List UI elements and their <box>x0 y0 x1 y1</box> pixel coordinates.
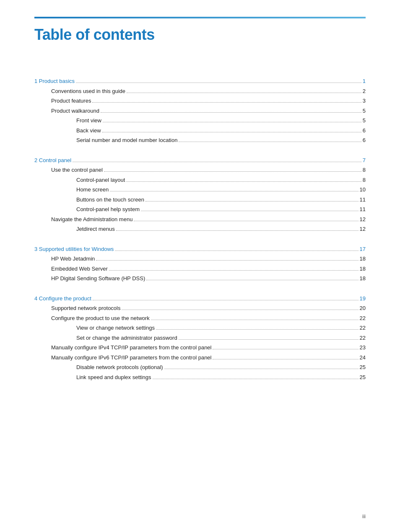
section-3-chapter-title: 3 Supported utilities for Windows <box>34 245 114 253</box>
entry-4-2-text: Configure the product to use the network <box>51 314 150 323</box>
section-2: 2 Control panel 7Use the control panel 8… <box>34 156 366 233</box>
entry-4-7[interactable]: Disable network protocols (optional) 25 <box>34 363 366 372</box>
entry-4-1-dots <box>122 310 358 310</box>
entry-3-2[interactable]: Embedded Web Server 18 <box>34 265 366 273</box>
entry-4-7-dots <box>164 369 358 369</box>
entry-4-3-dots <box>156 329 358 330</box>
entry-2-1[interactable]: Use the control panel 8 <box>34 166 366 174</box>
entry-4-6-text: Manually configure IPv6 TCP/IP parameter… <box>51 354 211 362</box>
entry-2-2[interactable]: Control-panel layout 8 <box>34 176 366 184</box>
section-4-chapter-title: 4 Configure the product <box>34 294 91 303</box>
entry-1-1[interactable]: Conventions used in this guide 2 <box>34 87 366 96</box>
entry-1-2-page: 3 <box>363 97 366 105</box>
entry-3-2-page: 18 <box>360 265 366 273</box>
entry-1-4-text: Front view <box>76 116 101 125</box>
entry-4-2[interactable]: Configure the product to use the network… <box>34 314 366 323</box>
page-title: Table of contents <box>34 26 366 44</box>
entry-4-5-page: 23 <box>360 343 366 352</box>
section-3-chapter-dots <box>115 251 358 251</box>
entry-1-3[interactable]: Product walkaround 5 <box>34 107 366 115</box>
entry-4-2-page: 22 <box>360 314 366 323</box>
entry-4-6-dots <box>213 359 358 359</box>
entry-1-6-page: 6 <box>363 136 366 145</box>
section-1: 1 Product basics 1Conventions used in th… <box>34 77 366 145</box>
section-4: 4 Configure the product 19Supported netw… <box>34 294 366 382</box>
section-1-chapter-title: 1 Product basics <box>34 77 75 85</box>
section-3-chapter-page: 17 <box>360 245 366 253</box>
section-3-chapter[interactable]: 3 Supported utilities for Windows 17 <box>34 245 366 253</box>
entry-2-6-page: 12 <box>360 215 366 224</box>
entry-4-4-text: Set or change the administrator password <box>76 334 177 342</box>
entry-2-7-text: Jetdirect menus <box>76 225 115 233</box>
entry-1-2[interactable]: Product features 3 <box>34 97 366 105</box>
entry-2-7-dots <box>116 230 358 231</box>
entry-4-5[interactable]: Manually configure IPv4 TCP/IP parameter… <box>34 343 366 352</box>
entry-1-2-dots <box>92 102 361 103</box>
entry-2-6-dots <box>134 221 358 221</box>
entry-1-5-page: 6 <box>363 127 366 135</box>
entry-4-4-dots <box>179 339 358 340</box>
top-rule <box>34 17 366 18</box>
entry-4-8-page: 25 <box>360 373 366 382</box>
entry-3-1[interactable]: HP Web Jetadmin 18 <box>34 255 366 263</box>
section-4-chapter[interactable]: 4 Configure the product 19 <box>34 294 366 303</box>
entry-1-4[interactable]: Front view 5 <box>34 116 366 125</box>
entry-2-3-text: Home screen <box>76 186 109 194</box>
entry-3-1-text: HP Web Jetadmin <box>51 255 95 263</box>
page-footer: iii <box>362 514 366 519</box>
entry-3-1-dots <box>96 260 358 261</box>
entry-1-1-page: 2 <box>363 87 366 96</box>
entry-3-2-text: Embedded Web Server <box>51 265 108 273</box>
entry-4-6-page: 24 <box>360 354 366 362</box>
entry-1-4-page: 5 <box>363 116 366 125</box>
entry-4-7-page: 25 <box>360 363 366 372</box>
entry-4-4[interactable]: Set or change the administrator password… <box>34 334 366 342</box>
section-1-chapter-page: 1 <box>363 77 366 85</box>
entry-4-6[interactable]: Manually configure IPv6 TCP/IP parameter… <box>34 354 366 362</box>
entry-1-6-dots <box>179 142 361 142</box>
section-2-chapter[interactable]: 2 Control panel 7 <box>34 156 366 165</box>
entry-4-1[interactable]: Supported network protocols 20 <box>34 304 366 312</box>
entry-2-1-page: 8 <box>363 166 366 174</box>
entry-1-3-text: Product walkaround <box>51 107 99 115</box>
entry-4-2-dots <box>151 320 358 320</box>
entry-2-5[interactable]: Control-panel help system 11 <box>34 205 366 214</box>
entry-4-8-text: Link speed and duplex settings <box>76 373 151 382</box>
entry-4-5-dots <box>213 349 358 349</box>
section-2-chapter-dots <box>73 162 361 162</box>
entry-3-3-text: HP Digital Sending Software (HP DSS) <box>51 274 145 283</box>
entry-3-3[interactable]: HP Digital Sending Software (HP DSS) 18 <box>34 274 366 283</box>
entry-4-3[interactable]: View or change network settings 22 <box>34 324 366 332</box>
entry-4-8-dots <box>153 379 358 379</box>
entry-2-2-dots <box>126 181 361 182</box>
section-1-chapter[interactable]: 1 Product basics 1 <box>34 77 366 85</box>
entry-4-5-text: Manually configure IPv4 TCP/IP parameter… <box>51 343 211 352</box>
entry-1-5[interactable]: Back view 6 <box>34 127 366 135</box>
entry-2-3[interactable]: Home screen 10 <box>34 186 366 194</box>
section-2-chapter-page: 7 <box>363 156 366 165</box>
entry-2-4-dots <box>145 201 358 201</box>
entry-2-6[interactable]: Navigate the Administration menu 12 <box>34 215 366 224</box>
entry-1-1-text: Conventions used in this guide <box>51 87 125 96</box>
entry-2-1-dots <box>104 171 361 172</box>
entry-2-7[interactable]: Jetdirect menus 12 <box>34 225 366 233</box>
entry-2-5-text: Control-panel help system <box>76 205 140 214</box>
entry-1-6[interactable]: Serial number and model number location … <box>34 136 366 145</box>
entry-1-6-text: Serial number and model number location <box>76 136 177 145</box>
entry-2-3-page: 10 <box>360 186 366 194</box>
entry-3-1-page: 18 <box>360 255 366 263</box>
entry-3-2-dots <box>109 270 358 271</box>
entry-2-4[interactable]: Buttons on the touch screen 11 <box>34 196 366 204</box>
entry-3-3-dots <box>146 280 358 280</box>
entry-4-7-text: Disable network protocols (optional) <box>76 363 163 372</box>
page: Table of contents 1 Product basics 1Conv… <box>0 0 400 532</box>
entry-4-1-text: Supported network protocols <box>51 304 120 312</box>
entry-2-4-text: Buttons on the touch screen <box>76 196 144 204</box>
entry-4-3-text: View or change network settings <box>76 324 155 332</box>
entry-1-3-dots <box>101 112 361 113</box>
entry-2-2-text: Control-panel layout <box>76 176 125 184</box>
entry-4-3-page: 22 <box>360 324 366 332</box>
entry-2-6-text: Navigate the Administration menu <box>51 215 132 224</box>
entry-4-8[interactable]: Link speed and duplex settings 25 <box>34 373 366 382</box>
entry-4-1-page: 20 <box>360 304 366 312</box>
